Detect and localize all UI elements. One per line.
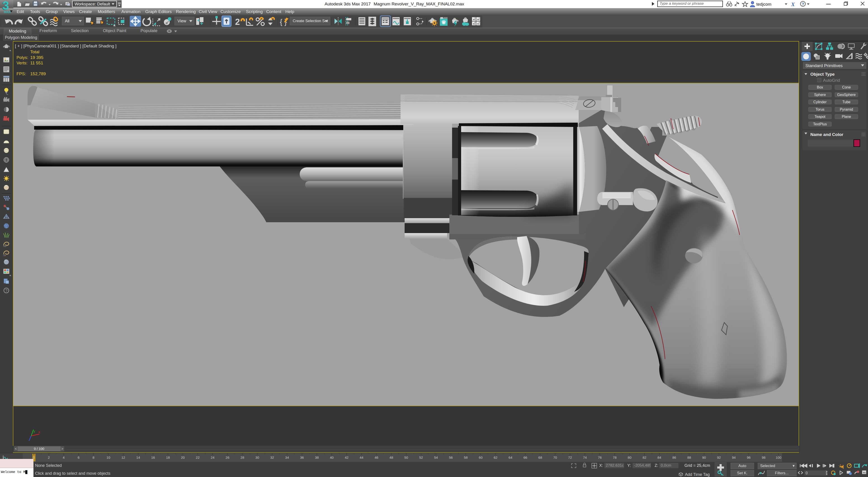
svg-text:MAX: MAX: [4, 10, 11, 14]
svg-text:0x: 0x: [3, 254, 6, 257]
svg-text:2: 2: [235, 17, 240, 27]
svg-text:Name and Color: Name and Color: [810, 132, 843, 137]
svg-text:-1: -1: [839, 464, 841, 467]
svg-text:?: ?: [802, 2, 804, 6]
svg-text:{: {: [280, 18, 282, 26]
svg-text:Object Type: Object Type: [810, 72, 835, 76]
svg-text:Workspace: Default: Workspace: Default: [74, 2, 110, 6]
svg-text:y: y: [33, 429, 35, 433]
svg-text:0: 0: [806, 471, 808, 475]
svg-text:x: x: [38, 430, 40, 434]
svg-text:tedjcom: tedjcom: [756, 2, 772, 6]
svg-text:?: ?: [5, 288, 7, 293]
svg-text:Standard Primitives: Standard Primitives: [805, 63, 843, 68]
svg-text:X: X: [791, 1, 795, 7]
svg-text:HF: HF: [3, 245, 7, 247]
svg-text:AutoGrid: AutoGrid: [823, 78, 840, 83]
